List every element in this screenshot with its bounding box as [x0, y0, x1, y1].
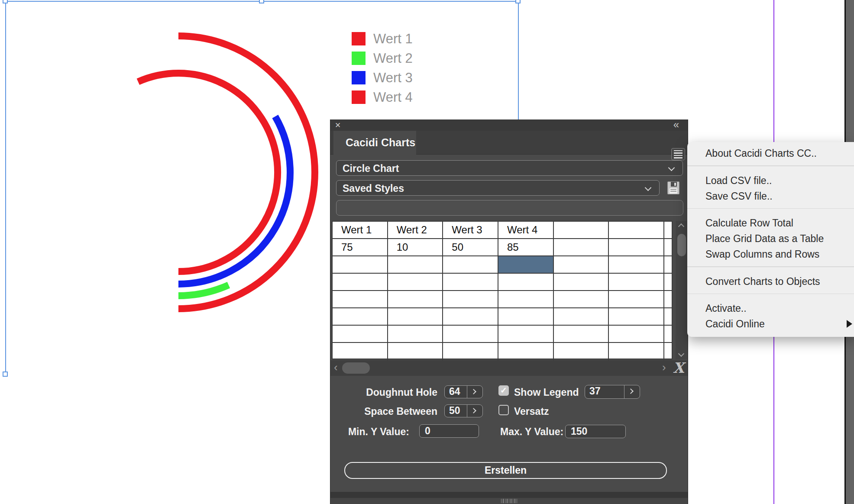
- grid-cell[interactable]: [554, 291, 609, 308]
- menu-item-load-csv-file[interactable]: Load CSV file..: [687, 173, 854, 188]
- panel-flyout-menu-button[interactable]: [671, 148, 685, 160]
- create-chart-button[interactable]: Erstellen: [344, 462, 667, 479]
- arc-wert4[interactable]: [138, 73, 278, 271]
- grid-header-cell[interactable]: [554, 222, 609, 239]
- grid-cell[interactable]: [609, 326, 664, 343]
- grid-cell[interactable]: [388, 343, 443, 360]
- grid-cell[interactable]: [664, 239, 672, 256]
- style-name-input[interactable]: [336, 200, 683, 216]
- selection-handle-left[interactable]: [3, 372, 8, 377]
- grid-cell[interactable]: [443, 256, 498, 274]
- tab-cacidi-charts[interactable]: Cacidi Charts: [333, 131, 416, 155]
- grid-cell[interactable]: [664, 256, 672, 274]
- grid-cell[interactable]: [609, 291, 664, 308]
- panel-resize-gripper[interactable]: [330, 498, 688, 504]
- grid-cell[interactable]: [443, 291, 498, 308]
- legend-size-step-button[interactable]: [624, 385, 640, 398]
- grid-cell[interactable]: [498, 274, 554, 291]
- grid-cell[interactable]: [388, 274, 443, 291]
- grid-cell[interactable]: [333, 291, 388, 308]
- grid-cell[interactable]: [498, 291, 554, 308]
- grid-cell[interactable]: 50: [443, 239, 498, 256]
- grid-header-cell[interactable]: [609, 222, 664, 239]
- grid-cell[interactable]: [333, 343, 388, 360]
- grid-cell[interactable]: [443, 343, 498, 360]
- legend-size-value[interactable]: 37: [585, 385, 624, 398]
- grid-cell[interactable]: 10: [388, 239, 443, 256]
- grid-cell[interactable]: [609, 274, 664, 291]
- close-icon[interactable]: ✕: [335, 121, 341, 130]
- grid-cell[interactable]: [498, 343, 554, 360]
- scroll-right-icon[interactable]: ›: [662, 361, 666, 374]
- grid-cell[interactable]: [333, 274, 388, 291]
- grid-cell[interactable]: [664, 274, 672, 291]
- grid-cell[interactable]: [609, 239, 664, 256]
- grid-cell[interactable]: [609, 256, 664, 274]
- selection-frame-right-edge[interactable]: [518, 1, 519, 120]
- space-between-value[interactable]: 50: [445, 405, 467, 417]
- grid-cell[interactable]: [554, 326, 609, 343]
- grid-horizontal-scrollbar[interactable]: ‹ › X: [330, 360, 688, 376]
- max-y-input[interactable]: 150: [565, 425, 626, 438]
- grid-cell[interactable]: [609, 343, 664, 360]
- grid-header-cell[interactable]: Wert 4: [498, 222, 554, 239]
- legend-size-stepper[interactable]: 37: [585, 385, 640, 399]
- selection-handle-top-right[interactable]: [515, 0, 521, 3]
- menu-item-swap-columns-and-rows[interactable]: Swap Columns and Rows: [687, 246, 854, 262]
- grid-cell[interactable]: [333, 326, 388, 343]
- min-y-input[interactable]: 0: [419, 424, 479, 438]
- menu-item-cacidi-online[interactable]: Cacidi Online: [687, 316, 854, 332]
- grid-cell[interactable]: [554, 256, 609, 274]
- grid-cell[interactable]: [664, 222, 672, 239]
- scroll-up-icon[interactable]: [678, 223, 684, 229]
- grid-cell[interactable]: [388, 308, 443, 326]
- grid-cell[interactable]: [554, 239, 609, 256]
- grid-header-cell[interactable]: Wert 2: [388, 222, 443, 239]
- selection-frame-left-edge[interactable]: [5, 1, 6, 373]
- grid-cell-selected[interactable]: [498, 256, 554, 274]
- hscroll-thumb[interactable]: [342, 362, 370, 374]
- space-between-step-button[interactable]: [467, 405, 482, 417]
- grid-cell[interactable]: [554, 343, 609, 360]
- grid-cell[interactable]: 75: [333, 239, 388, 256]
- menu-item-save-csv-file[interactable]: Save CSV file..: [687, 188, 854, 204]
- grid-cell[interactable]: [333, 256, 388, 274]
- grid-cell[interactable]: 85: [498, 239, 554, 256]
- versatz-checkbox[interactable]: [498, 405, 509, 415]
- menu-item-convert-charts-to-objects[interactable]: Convert Charts to Objects: [687, 274, 854, 289]
- space-between-stepper[interactable]: 50: [444, 404, 483, 417]
- menu-item-calculate-row-total[interactable]: Calculate Row Total: [687, 215, 854, 231]
- menu-item-place-grid-data-as-a-table[interactable]: Place Grid Data as a Table: [687, 231, 854, 246]
- grid-cell[interactable]: [554, 308, 609, 326]
- grid-cell[interactable]: [609, 308, 664, 326]
- grid-cell[interactable]: [664, 343, 672, 360]
- doughnut-hole-step-button[interactable]: [467, 386, 482, 398]
- grid-cell[interactable]: [498, 326, 554, 343]
- show-legend-checkbox[interactable]: ✓: [498, 385, 509, 396]
- vscroll-thumb[interactable]: [677, 234, 686, 256]
- grid-cell[interactable]: [664, 291, 672, 308]
- data-grid[interactable]: Wert 1Wert 2Wert 3Wert 475105085: [332, 221, 673, 359]
- grid-cell[interactable]: [443, 308, 498, 326]
- grid-cell[interactable]: [388, 326, 443, 343]
- menu-item-about-cacidi-charts-cc[interactable]: About Cacidi Charts CC..: [687, 145, 854, 161]
- chart-type-dropdown[interactable]: Circle Chart: [336, 160, 683, 176]
- grid-cell[interactable]: [388, 291, 443, 308]
- scroll-left-icon[interactable]: ‹: [334, 361, 338, 374]
- collapse-panel-icon[interactable]: «: [673, 119, 678, 131]
- scroll-down-icon[interactable]: [678, 351, 684, 357]
- grid-cell[interactable]: [443, 274, 498, 291]
- grid-cell[interactable]: [554, 274, 609, 291]
- save-style-icon[interactable]: [667, 181, 679, 194]
- grid-cell[interactable]: [443, 326, 498, 343]
- saved-styles-dropdown[interactable]: Saved Styles: [336, 180, 660, 196]
- grid-header-cell[interactable]: Wert 3: [443, 222, 498, 239]
- selection-handle-top-center[interactable]: [259, 0, 264, 3]
- circle-chart-graphic[interactable]: [0, 0, 338, 329]
- menu-item-activate[interactable]: Activate..: [687, 300, 854, 316]
- grid-cell[interactable]: [333, 308, 388, 326]
- doughnut-hole-stepper[interactable]: 64: [444, 385, 483, 398]
- doughnut-hole-value[interactable]: 64: [445, 386, 467, 398]
- selection-handle-top-left[interactable]: [3, 0, 8, 3]
- grid-cell[interactable]: [664, 308, 672, 326]
